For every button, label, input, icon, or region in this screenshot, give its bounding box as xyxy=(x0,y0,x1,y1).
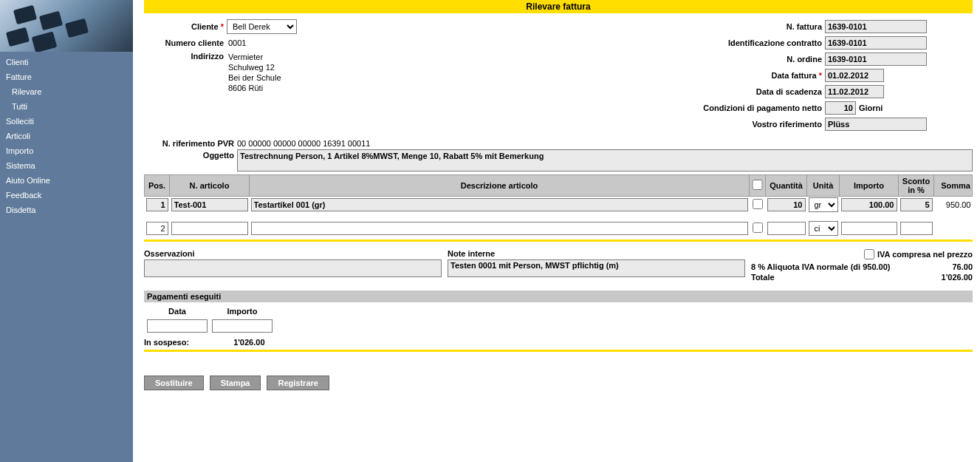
label-cliente: Cliente * xyxy=(144,22,227,31)
label-n-fattura: N. fattura xyxy=(648,22,825,31)
item-row-1: gr 950.00 xyxy=(145,197,973,214)
button-registrare[interactable]: Registrare xyxy=(267,376,329,390)
input-oggetto[interactable]: Testrechnung Person, 1 Artikel 8%MWST, M… xyxy=(237,149,973,171)
th-importo: Importo xyxy=(840,175,899,197)
th-pag-importo: Importo xyxy=(210,305,274,317)
label-indirizzo: Indirizzo xyxy=(144,52,227,61)
line-sum-1: 950.00 xyxy=(934,197,973,214)
label-in-sospeso: In sospeso: xyxy=(144,338,189,347)
address-block: Vermieter Schulweg 12 Bei der Schule 860… xyxy=(227,52,281,93)
value-totale: 1'026.00 xyxy=(942,273,973,282)
input-pag-importo[interactable] xyxy=(212,319,273,333)
label-iva-rate: 8 % Aliquota IVA normale (di 950.00) xyxy=(751,262,890,271)
nav-rilevare[interactable]: Rilevare xyxy=(0,84,133,99)
input-data-scadenza[interactable] xyxy=(825,85,884,98)
input-disc-1[interactable] xyxy=(900,198,933,211)
nav-importo[interactable]: Importo xyxy=(0,143,133,158)
input-article-1[interactable] xyxy=(171,198,248,211)
input-article-2[interactable] xyxy=(171,222,248,235)
value-iva-amount: 76.00 xyxy=(952,262,973,271)
input-qty-2[interactable] xyxy=(767,222,806,235)
client-select[interactable]: Bell Derek xyxy=(227,19,297,34)
input-n-fattura[interactable] xyxy=(825,20,927,33)
input-cond-pagamento[interactable] xyxy=(825,101,856,115)
th-somma: Somma xyxy=(934,175,973,197)
divider xyxy=(144,240,973,242)
input-qty-1[interactable] xyxy=(767,198,806,211)
label-id-contratto: Identificazione contratto xyxy=(648,38,825,47)
input-desc-2[interactable] xyxy=(251,222,748,235)
nav-clienti[interactable]: Clienti xyxy=(0,55,133,69)
input-id-contratto[interactable] xyxy=(825,36,927,50)
label-osservazioni: Osservazioni xyxy=(144,249,442,258)
th-checkbox xyxy=(750,175,766,197)
select-unit-1[interactable]: gr xyxy=(809,197,838,212)
label-note-interne: Note interne xyxy=(448,249,745,258)
nav-aiuto[interactable]: Aiuto Online xyxy=(0,173,133,188)
row-checkbox-2[interactable] xyxy=(751,222,764,233)
item-row-2: ci xyxy=(145,220,973,237)
input-pos-2[interactable] xyxy=(146,222,168,235)
input-price-1[interactable] xyxy=(841,198,897,211)
divider-2 xyxy=(144,350,973,352)
nav-feedback[interactable]: Feedback xyxy=(0,188,133,203)
value-in-sospeso: 1'026.00 xyxy=(233,338,264,347)
label-pagamenti-eseguiti: Pagamenti eseguiti xyxy=(144,291,973,302)
nav-articoli[interactable]: Articoli xyxy=(0,129,133,143)
th-quantita: Quantità xyxy=(766,175,807,197)
label-n-ordine: N. ordine xyxy=(648,55,825,64)
row-checkbox-1[interactable] xyxy=(751,199,764,209)
input-desc-1[interactable] xyxy=(251,198,748,211)
value-pvr: 00 00000 00000 00000 16391 00011 xyxy=(237,139,370,148)
th-descrizione: Descrizione articolo xyxy=(250,175,750,197)
label-data-scadenza: Data di scadenza xyxy=(648,87,825,96)
label-totale: Totale xyxy=(751,273,775,282)
label-vostro-rif: Vostro riferimento xyxy=(648,120,825,129)
input-vostro-rif[interactable] xyxy=(825,118,927,131)
label-numero-cliente: Numero cliente xyxy=(144,38,227,47)
button-sostituire[interactable]: Sostituire xyxy=(144,376,204,390)
line-sum-2 xyxy=(934,220,973,237)
checkbox-iva-compresa[interactable] xyxy=(864,249,874,259)
value-numero-cliente: 0001 xyxy=(227,38,246,47)
th-pos: Pos. xyxy=(145,175,170,197)
nav-disdetta[interactable]: Disdetta xyxy=(0,203,133,217)
select-unit-2[interactable]: ci xyxy=(809,221,838,236)
sidebar-nav: Clienti Fatture Rilevare Tutti Solleciti… xyxy=(0,52,133,220)
label-data-fattura: Data fattura * xyxy=(648,71,825,80)
input-pos-1[interactable] xyxy=(146,198,168,211)
input-note-interne[interactable]: Testen 0001 mit Person, MWST pflichtig (… xyxy=(448,259,745,277)
items-table: Pos. N. articolo Descrizione articolo Qu… xyxy=(144,174,973,237)
label-giorni: Giorni xyxy=(856,103,883,112)
label-cond-pagamento: Condizioni di pagamento netto xyxy=(648,103,825,112)
label-oggetto: Oggetto xyxy=(144,149,237,160)
input-price-2[interactable] xyxy=(841,222,897,235)
page-title: Rilevare fattura xyxy=(144,0,973,13)
nav-tutti[interactable]: Tutti xyxy=(0,99,133,114)
main-content: Rilevare fattura Cliente * Bell Derek Nu… xyxy=(133,0,980,462)
th-sconto: Sconto in % xyxy=(899,175,934,197)
input-osservazioni[interactable] xyxy=(144,259,442,277)
nav-solleciti[interactable]: Solleciti xyxy=(0,114,133,129)
sidebar: Clienti Fatture Rilevare Tutti Solleciti… xyxy=(0,0,133,462)
button-stampa[interactable]: Stampa xyxy=(210,376,261,390)
input-pag-data[interactable] xyxy=(147,319,208,333)
label-iva-compresa: IVA compresa nel prezzo xyxy=(877,250,973,259)
th-n-articolo: N. articolo xyxy=(170,175,250,197)
sidebar-header-image xyxy=(0,0,133,52)
nav-sistema[interactable]: Sistema xyxy=(0,158,133,173)
header-checkbox[interactable] xyxy=(751,180,764,190)
th-pag-data: Data xyxy=(145,305,209,317)
label-pvr: N. riferimento PVR xyxy=(144,139,237,148)
th-unita: Unità xyxy=(807,175,840,197)
input-n-ordine[interactable] xyxy=(825,52,927,66)
nav-fatture[interactable]: Fatture xyxy=(0,69,133,84)
input-data-fattura[interactable] xyxy=(825,69,884,82)
input-disc-2[interactable] xyxy=(900,222,933,235)
